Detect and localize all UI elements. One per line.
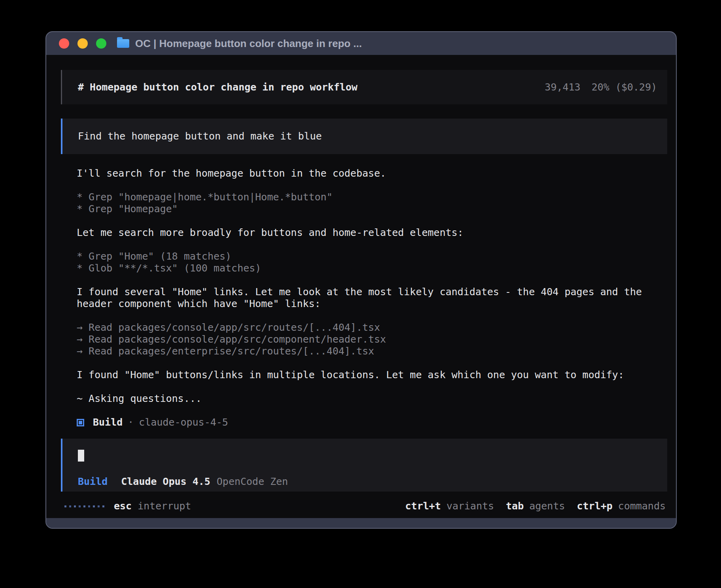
prompt-input[interactable]: Build Claude Opus 4.5 OpenCode Zen	[61, 439, 667, 492]
minimize-button[interactable]	[77, 38, 88, 49]
tool-call-grep: * Grep "Home" (18 matches)	[77, 251, 658, 262]
working-status: ~ Asking questions...	[77, 393, 658, 405]
maximize-button[interactable]	[96, 38, 106, 49]
status-bar: esc interrupt ctrl+t variants tab agents…	[61, 500, 667, 512]
hint-key: ctrl+p	[577, 500, 612, 512]
terminal-content: # Homepage button color change in repo w…	[46, 55, 676, 518]
hint-agents: tab agents	[506, 500, 565, 512]
tool-call-grep: * Grep "homepage|home.*button|Home.*butt…	[77, 191, 658, 203]
session-header: # Homepage button color change in repo w…	[61, 70, 667, 104]
user-message: Find the homepage button and make it blu…	[61, 119, 667, 154]
conversation: I'll search for the homepage button in t…	[61, 168, 658, 428]
spinner-dots	[64, 505, 104, 507]
agent-model: claude-opus-4-5	[139, 416, 228, 428]
tool-call-read: → Read packages/console/app/src/routes/[…	[77, 322, 658, 334]
terminal-window: OC | Homepage button color change in rep…	[45, 31, 677, 529]
user-message-text: Find the homepage button and make it blu…	[78, 130, 322, 142]
window-bottom-bar	[46, 518, 676, 528]
assistant-text: I found several "Home" links. Let me loo…	[77, 286, 658, 310]
hint-key: tab	[506, 500, 524, 512]
hint-label: commands	[618, 500, 666, 512]
agent-name: Build	[93, 416, 123, 428]
agent-separator: ·	[128, 416, 134, 428]
tool-call-read: → Read packages/enterprise/src/routes/[.…	[77, 345, 658, 357]
context-cost: 20% ($0.29)	[591, 81, 657, 93]
tool-call-glob: * Glob "**/*.tsx" (100 matches)	[77, 262, 658, 274]
agent-icon	[77, 419, 84, 426]
hint-label: variants	[446, 500, 494, 512]
status-right: ctrl+t variants tab agents ctrl+p comman…	[405, 500, 666, 512]
session-stats: 39,413 20% ($0.29)	[545, 81, 657, 93]
agent-status-line: Build · claude-opus-4-5	[77, 416, 658, 428]
model-label: Claude Opus 4.5	[121, 476, 210, 488]
hint-label-interrupt: interrupt	[138, 500, 191, 512]
input-meta: Build Claude Opus 4.5 OpenCode Zen	[78, 476, 657, 488]
hint-key: ctrl+t	[405, 500, 441, 512]
hint-label: agents	[529, 500, 565, 512]
window-titlebar: OC | Homepage button color change in rep…	[46, 32, 676, 55]
assistant-text: I'll search for the homepage button in t…	[77, 168, 658, 179]
tool-call-read: → Read packages/console/app/src/componen…	[77, 334, 658, 345]
status-left: esc interrupt	[64, 500, 191, 512]
assistant-text: Let me search more broadly for buttons a…	[77, 227, 658, 239]
hint-commands: ctrl+p commands	[577, 500, 666, 512]
tool-call-grep: * Grep "Homepage"	[77, 203, 658, 215]
folder-icon	[117, 39, 129, 48]
provider-label: OpenCode Zen	[217, 476, 288, 488]
tool-call-group: * Grep "homepage|home.*button|Home.*butt…	[77, 191, 658, 215]
hint-variants: ctrl+t variants	[405, 500, 494, 512]
text-cursor	[78, 450, 84, 462]
session-title: # Homepage button color change in repo w…	[78, 81, 357, 93]
close-button[interactable]	[59, 38, 69, 49]
mode-label: Build	[78, 476, 108, 488]
assistant-text: I found "Home" buttons/links in multiple…	[77, 369, 658, 381]
tool-call-group: → Read packages/console/app/src/routes/[…	[77, 322, 658, 357]
tool-call-group: * Grep "Home" (18 matches) * Glob "**/*.…	[77, 251, 658, 274]
window-title: OC | Homepage button color change in rep…	[135, 38, 362, 50]
token-count: 39,413	[545, 81, 580, 93]
hint-key-esc: esc	[114, 500, 132, 512]
